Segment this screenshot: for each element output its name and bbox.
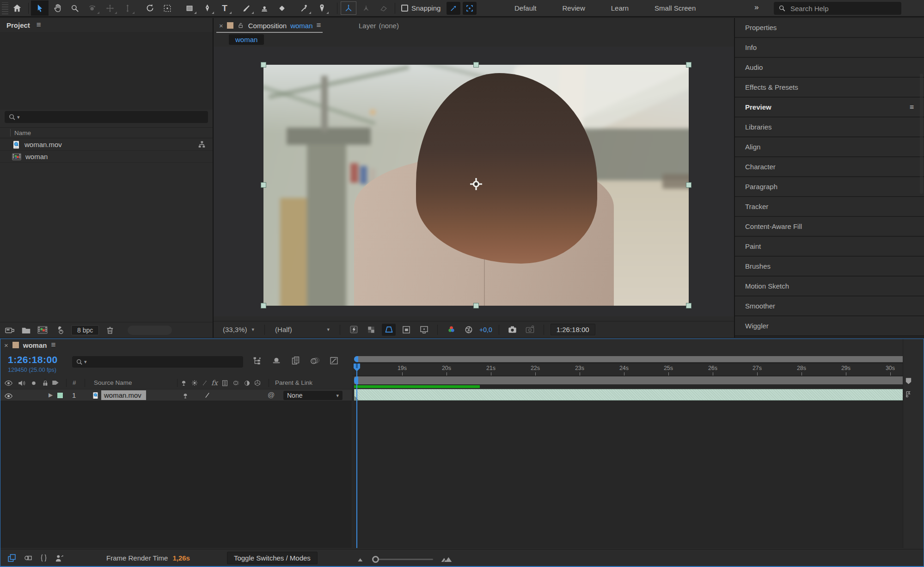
comp-panel-menu-icon[interactable]: ≡ [317,21,321,30]
index-column-label[interactable]: # [73,379,76,386]
interpret-footage-icon[interactable] [5,326,15,335]
project-item-woman-mov[interactable]: woman.mov [0,139,213,151]
pan-camera-tool[interactable] [101,0,119,16]
delete-icon[interactable] [105,326,115,335]
effects-fx-icon[interactable]: fx [211,379,218,387]
layer-expand-arrow[interactable]: ▶ [49,392,53,398]
playhead-line[interactable] [356,367,357,548]
scrollbar[interactable] [920,74,923,194]
motion-blur-column-icon[interactable] [232,379,240,387]
panel-tab-paragraph[interactable]: Paragraph [735,177,924,197]
zoom-tool[interactable] [66,0,84,16]
panel-tab-content-aware-fill[interactable]: Content-Aware Fill [735,217,924,237]
panel-tab-info[interactable]: Info [735,38,924,58]
brush-tool[interactable] [238,0,256,16]
dolly-camera-tool[interactable] [119,0,136,16]
layer-viewer-tab[interactable]: Layer (none) [352,18,405,33]
transparency-grid-icon[interactable] [364,324,378,336]
panel-tab-smoother[interactable]: Smoother [735,296,924,316]
frame-blending-icon[interactable] [291,356,300,365]
snapshot-camera-icon[interactable] [506,324,520,336]
local-axis-mode-icon[interactable] [340,0,357,16]
quality-icon[interactable] [202,379,208,387]
shy-icon[interactable] [180,379,188,387]
roto-brush-tool[interactable] [295,0,313,16]
3d-layer-icon[interactable] [254,379,261,387]
search-options-chevron[interactable]: ▾ [84,359,87,365]
collapse-transformations-icon[interactable] [191,379,198,387]
workspace-tab-default[interactable]: Default [502,4,550,12]
composition-tab[interactable]: × Composition woman ≡ [214,21,325,33]
workspace-overflow-chevron[interactable]: » [754,3,758,12]
mask-visibility-icon[interactable] [382,324,396,336]
panel-tab-tracker[interactable]: Tracker [735,197,924,217]
panel-tab-preview[interactable]: Preview≡ [735,98,924,117]
lock-icon[interactable] [42,379,49,387]
fast-previews-icon[interactable] [347,324,361,336]
exposure-value[interactable]: +0,0 [479,326,492,333]
source-name-column-label[interactable]: Source Name [94,379,132,386]
playhead[interactable] [353,363,361,372]
selection-handle[interactable] [261,182,266,188]
panel-tab-libraries[interactable]: Libraries [735,117,924,137]
project-search-input[interactable] [22,114,204,121]
graph-editor-icon[interactable] [329,356,339,365]
expand-layer-switches-icon[interactable] [7,553,17,563]
snap-to-features-icon[interactable] [463,2,477,15]
expand-transfer-controls-icon[interactable] [23,553,33,563]
motion-blur-icon[interactable] [310,356,320,365]
panel-tab-wiggler[interactable]: Wiggler [735,316,924,336]
view-axis-mode-icon[interactable] [375,0,392,16]
project-panel-menu-icon[interactable]: ≡ [37,20,41,30]
comp-marker-flag-icon[interactable] [905,390,912,398]
panel-tab-motion-sketch[interactable]: Motion Sketch [735,277,924,296]
layer-source-name[interactable]: woman.mov [101,390,146,400]
resolution-dropdown[interactable]: (Half) ▾ [271,325,333,334]
layer-label-color[interactable] [57,392,63,399]
parent-pickwhip-icon[interactable]: @ [268,391,275,399]
breadcrumb-comp-chip[interactable]: woman [229,34,264,45]
snap-along-edges-icon[interactable] [447,2,460,15]
color-settings-icon[interactable] [54,326,65,335]
home-icon[interactable] [8,0,26,16]
panel-tab-effects-presets[interactable]: Effects & Presets [735,78,924,98]
selection-handle[interactable] [686,62,691,68]
time-ruler[interactable]: 19s20s21s22s23s24s25s26s27s28s29s30s [352,363,913,376]
panel-menu-icon[interactable]: ≡ [910,103,914,111]
selection-tool[interactable] [31,0,49,16]
layer-quality-switch[interactable] [204,391,211,399]
selection-handle[interactable] [261,62,266,68]
work-area-bar[interactable] [354,376,910,384]
selection-handle[interactable] [686,182,691,188]
world-axis-mode-icon[interactable] [357,0,375,16]
orbit-camera-tool[interactable] [84,0,101,16]
hand-tool[interactable] [49,0,66,16]
video-eye-icon[interactable] [4,379,13,387]
composition-flowchart-icon[interactable] [252,356,262,365]
project-search-box[interactable]: ▾ [5,111,208,123]
puppet-pin-tool[interactable] [313,0,330,16]
project-column-header[interactable]: Name [0,127,213,138]
workspace-tab-learn[interactable]: Learn [598,4,642,12]
selection-handle[interactable] [686,303,691,308]
label-tag-icon[interactable] [51,379,60,387]
panel-tab-paint[interactable]: Paint [735,237,924,257]
anchor-point-icon[interactable] [469,177,483,191]
time-navigator-bar[interactable] [354,356,910,362]
comp-marker-shield-icon[interactable] [905,377,912,385]
workspace-tab-review[interactable]: Review [550,4,598,12]
workspace-tab-small-screen[interactable]: Small Screen [642,4,709,12]
search-options-chevron[interactable]: ▾ [17,114,20,120]
close-icon[interactable]: × [219,22,223,30]
clone-stamp-tool[interactable] [256,0,273,16]
region-of-interest-icon[interactable] [399,324,413,336]
draft-3d-icon[interactable] [271,356,281,365]
help-search-input[interactable] [790,5,883,12]
layer-shy-switch[interactable] [182,392,189,400]
panel-tab-audio[interactable]: Audio [735,58,924,78]
timeline-panel-menu-icon[interactable]: ≡ [51,340,55,350]
timeline-search-box[interactable]: ▾ [72,356,243,368]
timeline-tab[interactable]: × woman ≡ [4,340,55,350]
pan-behind-tool[interactable] [159,0,176,16]
eraser-tool[interactable] [273,0,291,16]
